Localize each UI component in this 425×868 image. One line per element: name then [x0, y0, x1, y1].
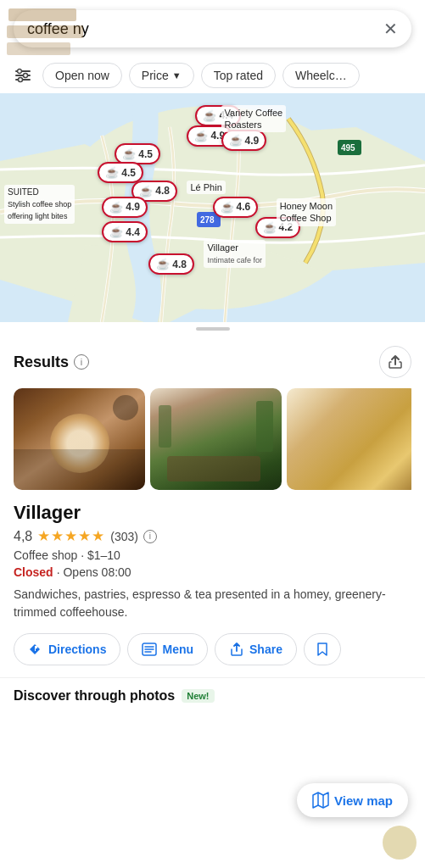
coffee-icon: ☕: [203, 109, 216, 122]
map-marker-4[interactable]: ☕ 4.9: [221, 130, 267, 151]
coffee-icon: ☕: [221, 201, 234, 214]
filter-chip-top-rated-label: Top rated: [214, 69, 263, 82]
svg-marker-21: [313, 793, 328, 808]
map-marker-10[interactable]: ☕ 4.2: [255, 217, 301, 238]
photo-thumb-1[interactable]: [14, 388, 145, 490]
marker-rating: 4.5: [138, 148, 153, 160]
marker-rating: 4.8: [172, 259, 187, 270]
svg-point-5: [19, 78, 23, 82]
map-container[interactable]: 278 278 495 ☕ 4.4 ☕ 4.9 ☕ 4.5 ☕ 4.9 ☕ 4.…: [0, 93, 425, 322]
filter-icon-button[interactable]: [10, 63, 36, 88]
category-row: Coffee shop · $1–10: [14, 548, 411, 562]
view-map-label: View map: [334, 793, 393, 808]
coffee-icon: ☕: [263, 221, 277, 234]
marker-rating: 4.6: [237, 201, 251, 213]
menu-button[interactable]: Menu: [127, 633, 208, 665]
directions-icon: [28, 642, 43, 657]
filter-chip-price-label: Price: [142, 69, 169, 82]
svg-text:278: 278: [200, 215, 215, 225]
svg-point-4: [24, 74, 28, 78]
results-title-row: Results i: [14, 353, 89, 371]
coffee-icon: ☕: [156, 258, 170, 270]
view-map-button[interactable]: View map: [297, 783, 408, 817]
filter-chip-label: Open now: [55, 69, 109, 82]
discover-title-text: Discover through photos: [14, 688, 175, 704]
bookmark-button[interactable]: [304, 633, 341, 665]
coffee-icon: ☕: [109, 225, 123, 238]
sliders-icon: [14, 66, 32, 85]
filter-chip-price[interactable]: Price ▼: [129, 63, 194, 88]
marker-rating: 4.4: [126, 226, 140, 238]
map-marker-8[interactable]: ☕ 4.4: [102, 221, 148, 242]
marker-rating: 4.9: [126, 201, 140, 213]
review-count: (303): [110, 530, 138, 543]
photo-carousel: [14, 388, 411, 490]
status-closed: Closed: [14, 565, 53, 579]
filter-row: Open now Price ▼ Top rated Wheelc…: [0, 58, 425, 93]
coffee-icon: ☕: [139, 185, 153, 198]
place-description: Sandwiches, pastries, espresso & tea pre…: [14, 586, 411, 621]
rating-row: 4,8 ★★★★★ (303) i: [14, 527, 411, 545]
view-map-icon: [312, 792, 329, 809]
marker-rating: 4.8: [155, 185, 170, 197]
place-name: Villager: [14, 502, 411, 524]
status-row: Closed · Opens 08:00: [14, 565, 411, 579]
action-buttons: Directions Menu Share: [14, 633, 411, 665]
photo-thumb-2[interactable]: [150, 388, 282, 490]
status-opens: · Opens 08:00: [57, 565, 131, 579]
coffee-icon: ☕: [109, 201, 123, 214]
menu-icon: [142, 642, 157, 657]
coffee-icon: ☕: [229, 134, 243, 147]
map-marker-7[interactable]: ☕ 4.9: [102, 197, 148, 218]
filter-chip-open-now[interactable]: Open now: [42, 63, 122, 88]
new-badge: New!: [182, 689, 214, 703]
share-action-icon: [229, 642, 244, 657]
share-action-button[interactable]: Share: [215, 633, 297, 665]
bookmark-icon: [315, 642, 330, 657]
marker-rating: 4.5: [121, 167, 136, 179]
map-marker-11[interactable]: ☕ 4.8: [148, 253, 194, 275]
clear-search-button[interactable]: ✕: [383, 19, 398, 39]
svg-point-3: [18, 70, 22, 74]
rating-info-button[interactable]: i: [143, 530, 157, 543]
map-marker-1[interactable]: ☕ 4.4: [195, 105, 241, 126]
discover-title: Discover through photos New!: [14, 688, 411, 704]
share-action-label: Share: [249, 643, 282, 656]
chevron-down-icon: ▼: [172, 70, 182, 81]
directions-label: Directions: [48, 643, 106, 656]
results-share-button[interactable]: [379, 346, 411, 378]
coffee-icon: ☕: [122, 147, 136, 160]
info-icon: i: [81, 357, 82, 367]
filter-chip-top-rated[interactable]: Top rated: [201, 63, 276, 88]
discover-section: Discover through photos New!: [0, 677, 425, 714]
clear-icon: ✕: [383, 19, 398, 39]
filter-chip-wheelchair[interactable]: Wheelc…: [282, 63, 360, 88]
map-marker-9[interactable]: ☕ 4.6: [213, 197, 259, 218]
svg-text:495: 495: [341, 143, 355, 153]
star-icons: ★★★★★: [37, 527, 105, 545]
directions-button[interactable]: Directions: [14, 633, 120, 665]
map-drag-handle[interactable]: [196, 327, 230, 331]
results-section: Results i: [0, 336, 425, 665]
marker-rating: 4.2: [279, 221, 294, 233]
results-info-button[interactable]: i: [74, 354, 89, 370]
marker-rating: 4.9: [245, 135, 260, 147]
coffee-icon: ☕: [194, 130, 208, 142]
map-marker-5[interactable]: ☕ 4.5: [98, 162, 143, 183]
photo-thumb-3[interactable]: [287, 388, 411, 490]
rating-number: 4,8: [14, 529, 32, 544]
results-header: Results i: [14, 346, 411, 378]
share-icon: [388, 354, 403, 370]
results-title: Results: [14, 353, 69, 371]
marker-rating: 4.4: [219, 109, 233, 121]
coffee-icon: ☕: [105, 166, 119, 179]
filter-chip-wheelchair-label: Wheelc…: [295, 69, 347, 82]
menu-label: Menu: [162, 643, 193, 656]
